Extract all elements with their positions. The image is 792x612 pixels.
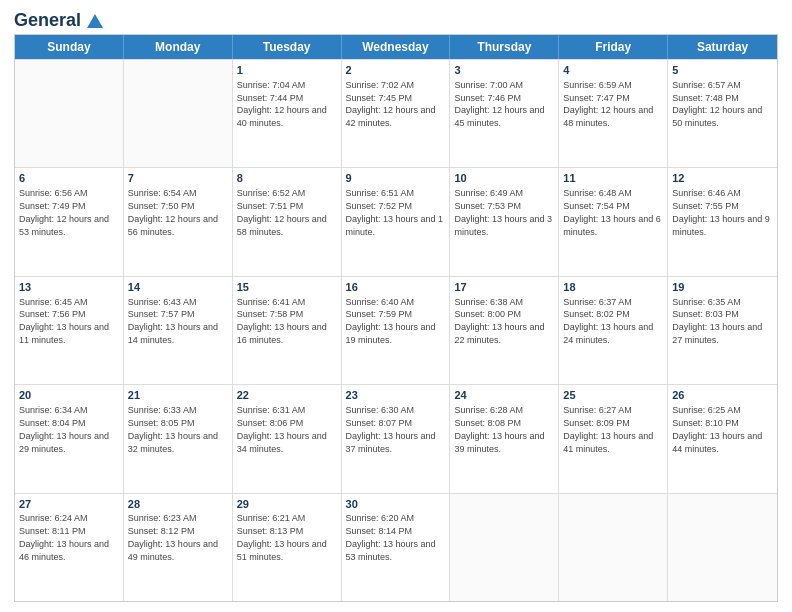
calendar-cell-19: 19Sunrise: 6:35 AMSunset: 8:03 PMDayligh… <box>668 277 777 384</box>
cell-sunrise: Sunrise: 6:27 AMSunset: 8:09 PMDaylight:… <box>563 405 653 453</box>
calendar-cell-23: 23Sunrise: 6:30 AMSunset: 8:07 PMDayligh… <box>342 385 451 492</box>
cell-sunrise: Sunrise: 6:25 AMSunset: 8:10 PMDaylight:… <box>672 405 762 453</box>
calendar-cell-18: 18Sunrise: 6:37 AMSunset: 8:02 PMDayligh… <box>559 277 668 384</box>
cell-sunrise: Sunrise: 7:04 AMSunset: 7:44 PMDaylight:… <box>237 80 327 128</box>
cell-sunrise: Sunrise: 6:37 AMSunset: 8:02 PMDaylight:… <box>563 297 653 345</box>
calendar-cell-15: 15Sunrise: 6:41 AMSunset: 7:58 PMDayligh… <box>233 277 342 384</box>
calendar-row-5: 27Sunrise: 6:24 AMSunset: 8:11 PMDayligh… <box>15 493 777 601</box>
calendar-row-3: 13Sunrise: 6:45 AMSunset: 7:56 PMDayligh… <box>15 276 777 384</box>
cell-sunrise: Sunrise: 6:51 AMSunset: 7:52 PMDaylight:… <box>346 188 444 236</box>
day-number: 7 <box>128 171 228 186</box>
day-number: 27 <box>19 497 119 512</box>
day-number: 5 <box>672 63 773 78</box>
day-number: 18 <box>563 280 663 295</box>
day-number: 3 <box>454 63 554 78</box>
day-number: 15 <box>237 280 337 295</box>
calendar-cell-24: 24Sunrise: 6:28 AMSunset: 8:08 PMDayligh… <box>450 385 559 492</box>
calendar-cell-1: 1Sunrise: 7:04 AMSunset: 7:44 PMDaylight… <box>233 60 342 167</box>
calendar-cell-3: 3Sunrise: 7:00 AMSunset: 7:46 PMDaylight… <box>450 60 559 167</box>
header-day-thursday: Thursday <box>450 35 559 59</box>
calendar-cell-11: 11Sunrise: 6:48 AMSunset: 7:54 PMDayligh… <box>559 168 668 275</box>
calendar-cell-26: 26Sunrise: 6:25 AMSunset: 8:10 PMDayligh… <box>668 385 777 492</box>
cell-sunrise: Sunrise: 6:56 AMSunset: 7:49 PMDaylight:… <box>19 188 109 236</box>
calendar-cell-empty <box>15 60 124 167</box>
calendar-cell-17: 17Sunrise: 6:38 AMSunset: 8:00 PMDayligh… <box>450 277 559 384</box>
calendar-cell-6: 6Sunrise: 6:56 AMSunset: 7:49 PMDaylight… <box>15 168 124 275</box>
calendar-cell-empty <box>450 494 559 601</box>
day-number: 1 <box>237 63 337 78</box>
day-number: 4 <box>563 63 663 78</box>
calendar-cell-14: 14Sunrise: 6:43 AMSunset: 7:57 PMDayligh… <box>124 277 233 384</box>
day-number: 11 <box>563 171 663 186</box>
day-number: 9 <box>346 171 446 186</box>
cell-sunrise: Sunrise: 6:49 AMSunset: 7:53 PMDaylight:… <box>454 188 552 236</box>
day-number: 20 <box>19 388 119 403</box>
header-day-tuesday: Tuesday <box>233 35 342 59</box>
cell-sunrise: Sunrise: 6:31 AMSunset: 8:06 PMDaylight:… <box>237 405 327 453</box>
cell-sunrise: Sunrise: 6:59 AMSunset: 7:47 PMDaylight:… <box>563 80 653 128</box>
cell-sunrise: Sunrise: 6:57 AMSunset: 7:48 PMDaylight:… <box>672 80 762 128</box>
day-number: 25 <box>563 388 663 403</box>
cell-sunrise: Sunrise: 6:23 AMSunset: 8:12 PMDaylight:… <box>128 513 218 561</box>
day-number: 24 <box>454 388 554 403</box>
calendar-cell-4: 4Sunrise: 6:59 AMSunset: 7:47 PMDaylight… <box>559 60 668 167</box>
calendar-cell-8: 8Sunrise: 6:52 AMSunset: 7:51 PMDaylight… <box>233 168 342 275</box>
header: General <box>14 10 778 28</box>
cell-sunrise: Sunrise: 6:43 AMSunset: 7:57 PMDaylight:… <box>128 297 218 345</box>
day-number: 30 <box>346 497 446 512</box>
calendar: SundayMondayTuesdayWednesdayThursdayFrid… <box>14 34 778 602</box>
calendar-cell-29: 29Sunrise: 6:21 AMSunset: 8:13 PMDayligh… <box>233 494 342 601</box>
svg-marker-0 <box>87 14 103 28</box>
cell-sunrise: Sunrise: 7:02 AMSunset: 7:45 PMDaylight:… <box>346 80 436 128</box>
cell-sunrise: Sunrise: 6:28 AMSunset: 8:08 PMDaylight:… <box>454 405 544 453</box>
calendar-cell-empty <box>668 494 777 601</box>
cell-sunrise: Sunrise: 6:46 AMSunset: 7:55 PMDaylight:… <box>672 188 770 236</box>
cell-sunrise: Sunrise: 6:24 AMSunset: 8:11 PMDaylight:… <box>19 513 109 561</box>
calendar-cell-28: 28Sunrise: 6:23 AMSunset: 8:12 PMDayligh… <box>124 494 233 601</box>
calendar-cell-22: 22Sunrise: 6:31 AMSunset: 8:06 PMDayligh… <box>233 385 342 492</box>
calendar-cell-10: 10Sunrise: 6:49 AMSunset: 7:53 PMDayligh… <box>450 168 559 275</box>
cell-sunrise: Sunrise: 6:30 AMSunset: 8:07 PMDaylight:… <box>346 405 436 453</box>
cell-sunrise: Sunrise: 6:34 AMSunset: 8:04 PMDaylight:… <box>19 405 109 453</box>
logo-text-general: General <box>14 11 81 31</box>
day-number: 23 <box>346 388 446 403</box>
header-day-sunday: Sunday <box>15 35 124 59</box>
day-number: 8 <box>237 171 337 186</box>
calendar-body: 1Sunrise: 7:04 AMSunset: 7:44 PMDaylight… <box>15 59 777 601</box>
day-number: 17 <box>454 280 554 295</box>
header-day-wednesday: Wednesday <box>342 35 451 59</box>
day-number: 22 <box>237 388 337 403</box>
day-number: 16 <box>346 280 446 295</box>
day-number: 13 <box>19 280 119 295</box>
calendar-cell-12: 12Sunrise: 6:46 AMSunset: 7:55 PMDayligh… <box>668 168 777 275</box>
day-number: 19 <box>672 280 773 295</box>
day-number: 6 <box>19 171 119 186</box>
cell-sunrise: Sunrise: 6:40 AMSunset: 7:59 PMDaylight:… <box>346 297 436 345</box>
calendar-cell-empty <box>559 494 668 601</box>
cell-sunrise: Sunrise: 6:45 AMSunset: 7:56 PMDaylight:… <box>19 297 109 345</box>
page: General SundayMondayTuesdayWednesdayThur… <box>0 0 792 612</box>
cell-sunrise: Sunrise: 6:35 AMSunset: 8:03 PMDaylight:… <box>672 297 762 345</box>
day-number: 14 <box>128 280 228 295</box>
calendar-row-1: 1Sunrise: 7:04 AMSunset: 7:44 PMDaylight… <box>15 59 777 167</box>
cell-sunrise: Sunrise: 6:38 AMSunset: 8:00 PMDaylight:… <box>454 297 544 345</box>
header-day-saturday: Saturday <box>668 35 777 59</box>
calendar-cell-empty <box>124 60 233 167</box>
day-number: 21 <box>128 388 228 403</box>
cell-sunrise: Sunrise: 6:41 AMSunset: 7:58 PMDaylight:… <box>237 297 327 345</box>
calendar-cell-13: 13Sunrise: 6:45 AMSunset: 7:56 PMDayligh… <box>15 277 124 384</box>
header-day-friday: Friday <box>559 35 668 59</box>
calendar-cell-30: 30Sunrise: 6:20 AMSunset: 8:14 PMDayligh… <box>342 494 451 601</box>
calendar-cell-27: 27Sunrise: 6:24 AMSunset: 8:11 PMDayligh… <box>15 494 124 601</box>
calendar-cell-16: 16Sunrise: 6:40 AMSunset: 7:59 PMDayligh… <box>342 277 451 384</box>
day-number: 28 <box>128 497 228 512</box>
cell-sunrise: Sunrise: 6:52 AMSunset: 7:51 PMDaylight:… <box>237 188 327 236</box>
calendar-row-4: 20Sunrise: 6:34 AMSunset: 8:04 PMDayligh… <box>15 384 777 492</box>
calendar-cell-25: 25Sunrise: 6:27 AMSunset: 8:09 PMDayligh… <box>559 385 668 492</box>
cell-sunrise: Sunrise: 6:48 AMSunset: 7:54 PMDaylight:… <box>563 188 661 236</box>
calendar-cell-21: 21Sunrise: 6:33 AMSunset: 8:05 PMDayligh… <box>124 385 233 492</box>
calendar-row-2: 6Sunrise: 6:56 AMSunset: 7:49 PMDaylight… <box>15 167 777 275</box>
cell-sunrise: Sunrise: 6:54 AMSunset: 7:50 PMDaylight:… <box>128 188 218 236</box>
logo-icon <box>83 10 105 32</box>
calendar-cell-7: 7Sunrise: 6:54 AMSunset: 7:50 PMDaylight… <box>124 168 233 275</box>
